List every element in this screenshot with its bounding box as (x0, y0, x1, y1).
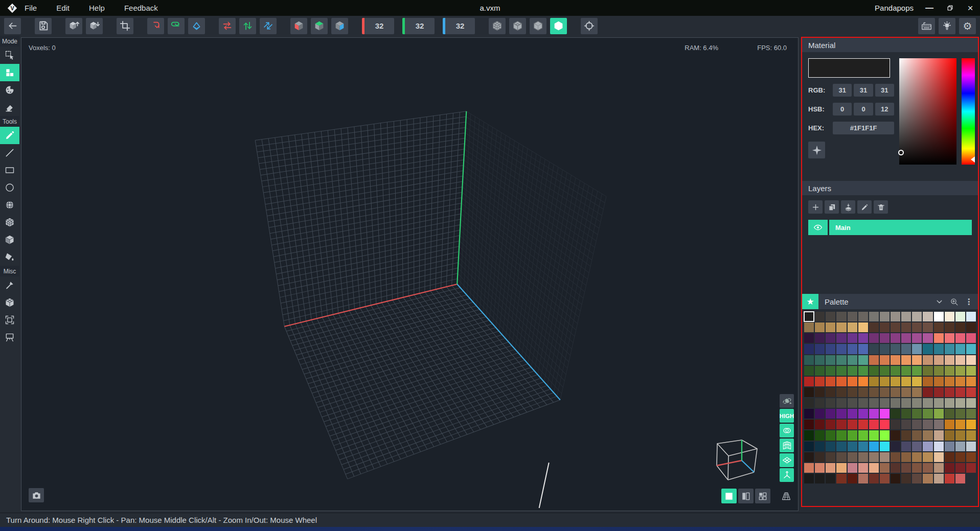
palette-swatch[interactable] (880, 387, 890, 397)
palette-swatch[interactable] (945, 409, 954, 419)
palette-swatch[interactable] (836, 452, 846, 462)
palette-swatch[interactable] (912, 387, 922, 397)
material-effects-button[interactable] (808, 142, 825, 158)
tool-rectangle-button[interactable] (0, 161, 19, 179)
palette-swatch[interactable] (826, 312, 835, 321)
palette-swatch[interactable] (923, 344, 932, 354)
palette-swatch[interactable] (923, 377, 932, 386)
flip-x-button[interactable] (219, 18, 236, 34)
mode-erase-button[interactable] (0, 99, 19, 116)
hue-slider[interactable] (962, 58, 975, 165)
palette-swatch[interactable] (901, 442, 911, 451)
sb-cursor[interactable] (898, 150, 904, 155)
quad-view-button[interactable] (755, 489, 770, 503)
palette-swatch[interactable] (815, 366, 825, 376)
palette-swatch[interactable] (891, 398, 900, 408)
palette-swatch[interactable] (815, 344, 825, 354)
palette-swatch[interactable] (934, 366, 944, 376)
rgb-b-field[interactable]: 31 (875, 84, 894, 97)
palette-swatch[interactable] (848, 344, 857, 354)
palette-swatch[interactable] (891, 463, 900, 473)
palette-swatch[interactable] (836, 355, 846, 365)
palette-swatch[interactable] (966, 442, 976, 451)
palette-swatch[interactable] (815, 442, 825, 451)
palette-swatch[interactable] (955, 333, 965, 343)
orientation-cube[interactable] (710, 435, 761, 482)
hsb-s-field[interactable]: 0 (854, 103, 873, 116)
screenshot-button[interactable] (29, 488, 44, 502)
rotate-z-button[interactable] (188, 18, 205, 34)
palette-swatch[interactable] (934, 452, 944, 462)
mirror-y-button[interactable] (311, 18, 328, 34)
palette-swatch[interactable] (901, 474, 911, 483)
grid-size-z-field[interactable]: 32 (443, 18, 475, 34)
palette-swatch[interactable] (826, 463, 835, 473)
palette-swatch[interactable] (804, 387, 814, 397)
palette-swatch[interactable] (955, 312, 965, 321)
add-layer-button[interactable] (808, 200, 823, 214)
palette-swatch[interactable] (826, 430, 835, 440)
palette-swatch[interactable] (804, 333, 814, 343)
grid-size-y-field[interactable]: 32 (402, 18, 435, 34)
palette-swatch[interactable] (880, 442, 890, 451)
duplicate-layer-button[interactable] (825, 200, 839, 214)
crop-button[interactable] (117, 18, 133, 34)
palette-swatch[interactable] (891, 312, 900, 321)
palette-collapse-button[interactable] (935, 297, 944, 306)
minimize-button[interactable]: — (925, 4, 934, 13)
palette-swatch[interactable] (901, 355, 911, 365)
palette-swatch[interactable] (848, 398, 857, 408)
palette-swatch[interactable] (923, 398, 932, 408)
palette-swatch[interactable] (804, 420, 814, 429)
hsb-h-field[interactable]: 0 (833, 103, 852, 116)
palette-swatch[interactable] (934, 474, 944, 483)
palette-swatch[interactable] (966, 344, 976, 354)
palette-swatch[interactable] (880, 344, 890, 354)
palette-swatch[interactable] (901, 452, 911, 462)
palette-swatch[interactable] (880, 377, 890, 386)
palette-swatch[interactable] (945, 463, 954, 473)
tool-circle-button[interactable] (0, 179, 19, 196)
palette-swatch[interactable] (934, 420, 944, 429)
palette-swatch[interactable] (804, 474, 814, 483)
misc-color-picker-button[interactable] (0, 276, 19, 294)
palette-swatch[interactable] (815, 355, 825, 365)
palette-swatch[interactable] (826, 333, 835, 343)
palette-swatch[interactable] (912, 344, 922, 354)
palette-swatch[interactable] (945, 312, 954, 321)
palette-swatch[interactable] (966, 430, 976, 440)
display-grid-cube-button[interactable] (489, 18, 506, 34)
rgb-r-field[interactable]: 31 (833, 84, 852, 97)
menu-edit[interactable]: Edit (56, 4, 70, 12)
palette-swatch[interactable] (858, 312, 868, 321)
hex-field[interactable]: #1F1F1F (833, 122, 894, 134)
palette-swatch[interactable] (858, 333, 868, 343)
perspective-button[interactable] (779, 489, 794, 503)
palette-swatch[interactable] (901, 430, 911, 440)
palette-swatch[interactable] (815, 409, 825, 419)
palette-swatch[interactable] (945, 398, 954, 408)
display-solid-button[interactable] (550, 18, 567, 34)
misc-presentation-button[interactable] (0, 329, 19, 346)
palette-swatch[interactable] (934, 312, 944, 321)
grid-walls-toggle-button[interactable] (780, 438, 794, 452)
palette-swatch[interactable] (836, 366, 846, 376)
palette-swatch[interactable] (923, 366, 932, 376)
palette-swatch[interactable] (826, 409, 835, 419)
palette-swatch[interactable] (901, 420, 911, 429)
display-inner-cube-button[interactable] (509, 18, 526, 34)
export-model-button[interactable] (65, 18, 82, 34)
palette-swatch[interactable] (815, 312, 825, 321)
palette-swatch[interactable] (869, 463, 879, 473)
palette-swatch[interactable] (934, 398, 944, 408)
palette-swatch[interactable] (858, 387, 868, 397)
palette-swatch[interactable] (815, 420, 825, 429)
palette-swatch[interactable] (923, 430, 932, 440)
palette-swatch[interactable] (966, 355, 976, 365)
palette-swatch[interactable] (955, 398, 965, 408)
palette-swatch[interactable] (955, 366, 965, 376)
palette-swatch[interactable] (858, 366, 868, 376)
palette-swatch[interactable] (848, 409, 857, 419)
palette-swatch[interactable] (880, 420, 890, 429)
palette-swatch[interactable] (836, 377, 846, 386)
